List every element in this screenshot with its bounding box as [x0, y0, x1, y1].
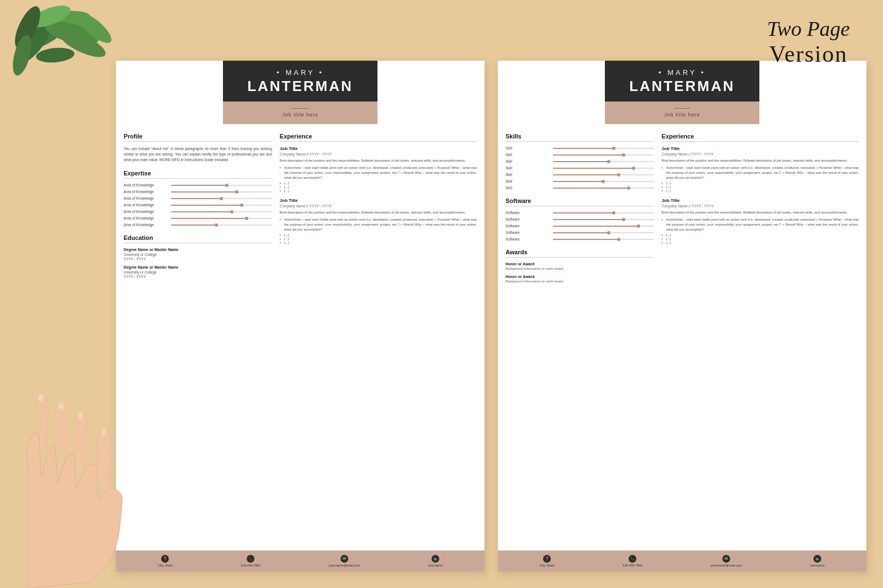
- software-item: Software: [506, 224, 654, 228]
- exp-company-2: Company Name // YYYY - YYYY: [280, 204, 477, 208]
- p2-exp-job-title-2: Job Title: [662, 198, 859, 203]
- p2-exp-bullet-1a: Action/How – start each bullet point wit…: [662, 165, 859, 180]
- software-item: Software: [506, 211, 654, 215]
- p2-linkedin-icon: in: [813, 555, 821, 563]
- p2-footer-linkedin: username: [810, 564, 825, 567]
- page1-right-col: Experience Job Title Company Name // YYY…: [280, 133, 477, 545]
- svg-point-12: [78, 411, 83, 419]
- footer-email: yourname@mail.com: [329, 564, 360, 567]
- p2-footer-city: City, State: [540, 564, 555, 567]
- page2-left-col: Skills Skill Skill: [506, 133, 654, 545]
- exp-bullet-2a: Action/How – start each bullet point wit…: [280, 217, 477, 232]
- header-divider-2: [674, 108, 690, 109]
- skill-item: Area of Knowledge: [124, 196, 272, 200]
- profile-section-title: Profile: [124, 133, 272, 142]
- education-section-title: Education: [124, 234, 272, 243]
- footer-city-item: 📍 City, State: [158, 555, 173, 567]
- edu-degree-1: Degree Name or Master Name: [124, 248, 272, 252]
- page1-body: Profile You can include "about me" in th…: [116, 124, 485, 545]
- p2-exp-bullet-1d: (...): [662, 189, 859, 193]
- software-item: Software: [506, 237, 654, 241]
- skills-section-title: Skills: [506, 133, 654, 142]
- header-name-block-2: • MARY • LANTERMAN: [605, 61, 759, 101]
- header-name-block-1: • MARY • LANTERMAN: [223, 61, 377, 101]
- exp-desc-2: Brief description of the position and th…: [280, 210, 477, 215]
- header-dots-name-2: • MARY •: [616, 68, 748, 77]
- footer-phone: 123.456.7891: [241, 564, 261, 567]
- header-job-title-1: Job title here: [234, 112, 366, 117]
- skill-item: Skill: [506, 179, 654, 183]
- footer-linkedin-item: in username: [428, 555, 443, 567]
- edu-degree-2: Degree Name or Master Name: [124, 265, 272, 269]
- expertise-section-title: Expertise: [124, 170, 272, 179]
- edu-school-1: University or College: [124, 253, 272, 256]
- p2-exp-bullet-1c: (...): [662, 185, 859, 189]
- page2-header: • MARY • LANTERMAN Job title here: [498, 61, 866, 124]
- two-page-version-label: Two Page Version: [767, 17, 850, 67]
- footer-email-item: ✉ yourname@mail.com: [329, 555, 360, 567]
- svg-point-13: [101, 429, 107, 436]
- page1-footer: 📍 City, State 📞 123.456.7891 ✉ yourname@…: [116, 550, 485, 571]
- exp-bullet-2b: (...): [280, 233, 477, 237]
- p2-exp-desc-1: Brief description of the position and th…: [662, 158, 859, 163]
- p2-exp-bullet-2d: (...): [662, 241, 859, 244]
- page1-header: • MARY • LANTERMAN Job title here: [116, 61, 485, 124]
- award-name-2: Honor or Award: [506, 275, 654, 279]
- exp-bullet-2c: (...): [280, 237, 477, 240]
- software-list: Software Software So: [506, 211, 654, 241]
- skill-item: Skill: [506, 159, 654, 163]
- footer-city: City, State: [158, 564, 173, 567]
- exp-bullet-1d: (...): [280, 189, 477, 193]
- plant-decoration: [0, 0, 121, 121]
- p2-footer-linkedin-item: in username: [810, 555, 825, 567]
- p2-exp-bullet-2a: Action/How – start each bullet point wit…: [662, 217, 859, 232]
- svg-point-11: [58, 402, 64, 410]
- p2-exp-bullet-1b: (...): [662, 181, 859, 185]
- exp-desc-1: Brief description of the position and th…: [280, 158, 477, 163]
- header-lastname-2: LANTERMAN: [616, 78, 748, 95]
- skill-item: Area of Knowledge: [124, 210, 272, 213]
- awards-section-title: Awards: [506, 249, 654, 258]
- expertise-skills-list: Area of Knowledge Area of Knowledge: [124, 183, 272, 227]
- skill-item: Skill: [506, 146, 654, 150]
- exp-job-title-1: Job Title: [280, 146, 477, 151]
- p2-footer-email-item: ✉ yourname@mail.com: [711, 555, 742, 567]
- p2-exp-company-1: Company Name // YYYY - YYYY: [662, 152, 859, 156]
- title-line2: Version: [767, 41, 850, 67]
- skill-item: Area of Knowledge: [124, 203, 272, 207]
- location-icon: 📍: [161, 555, 169, 563]
- header-title-block-1: Job title here: [223, 101, 377, 124]
- software-item: Software: [506, 231, 654, 234]
- skill-item: Skill: [506, 153, 654, 157]
- header-title-block-2: Job title here: [605, 101, 759, 124]
- header-job-title-2: Job title here: [616, 112, 748, 117]
- skills-list: Skill Skill Skill: [506, 146, 654, 190]
- skill-item: Area of Knowledge: [124, 183, 272, 187]
- resume-page-1: • MARY • LANTERMAN Job title here Profil…: [116, 61, 485, 571]
- page2-body: Skills Skill Skill: [498, 124, 866, 545]
- edu-year-2: YYYY - YYYY: [124, 275, 272, 279]
- phone-icon: 📞: [247, 555, 254, 563]
- footer-linkedin: username: [428, 564, 443, 567]
- edu-year-1: YYYY - YYYY: [124, 257, 272, 261]
- header-lastname-1: LANTERMAN: [234, 78, 366, 95]
- exp-bullet-1b: (...): [280, 181, 477, 185]
- skill-item: Skill: [506, 166, 654, 170]
- award-name-1: Honor or Award: [506, 262, 654, 266]
- title-line1: Two Page: [767, 17, 850, 41]
- award-desc-2: Background information on each award.: [506, 280, 654, 283]
- p2-exp-company-2: Company Name // YYYY - YYYY: [662, 204, 859, 208]
- p2-phone-icon: 📞: [629, 555, 636, 563]
- experience-section-title-1: Experience: [280, 133, 477, 142]
- p2-email-icon: ✉: [722, 555, 730, 563]
- linkedin-icon: in: [432, 555, 439, 563]
- header-dots-name-1: • MARY •: [234, 68, 366, 77]
- pages-container: • MARY • LANTERMAN Job title here Profil…: [116, 61, 866, 571]
- hand-decoration: [0, 312, 155, 588]
- experience-section-title-2: Experience: [662, 133, 859, 142]
- p2-exp-job-title-1: Job Title: [662, 146, 859, 151]
- software-item: Software: [506, 217, 654, 221]
- p2-footer-city-item: 📍 City, State: [540, 555, 555, 567]
- skill-item: Area of Knowledge: [124, 223, 272, 227]
- software-section-title: Software: [506, 197, 654, 206]
